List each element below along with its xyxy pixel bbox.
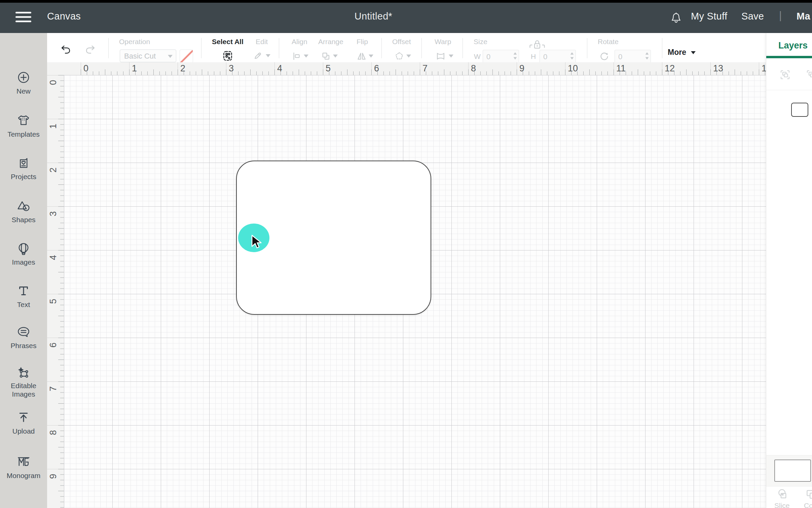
sidebar-item-text[interactable]: Text — [0, 283, 47, 309]
make-it-button-clipped[interactable]: Ma — [797, 10, 810, 22]
more-label: More — [668, 48, 686, 57]
chevron-down-icon — [304, 55, 308, 58]
monogram-mg-icon — [15, 454, 32, 470]
save-button[interactable]: Save — [741, 10, 764, 22]
select-all-button[interactable] — [221, 49, 234, 64]
combine-button-clipped[interactable] — [806, 487, 812, 503]
vertical-ruler: 0123456789 — [47, 75, 64, 508]
left-sidebar: New Templates Projects — [0, 33, 47, 508]
offset-label: Offset — [392, 38, 411, 46]
flip-mirror-icon — [356, 50, 367, 62]
ruler-number: 6 — [48, 340, 58, 350]
layer-item-thumbnail[interactable] — [791, 103, 808, 117]
ruler-number: 13 — [713, 63, 723, 74]
align-button[interactable] — [291, 50, 308, 63]
no-fill-color-swatch[interactable] — [180, 49, 193, 63]
offset-button[interactable] — [394, 50, 411, 63]
layer-color-swatch[interactable] — [774, 460, 811, 482]
sidebar-item-label: New — [0, 87, 47, 95]
sidebar-item-new[interactable]: New — [0, 69, 47, 95]
sidebar-item-label: Upload — [0, 427, 47, 435]
align-left-icon — [291, 50, 302, 62]
width-label: W — [474, 53, 481, 61]
ruler-number: 12 — [665, 63, 675, 74]
stepper-arrows-icon[interactable] — [645, 52, 649, 62]
ruler-number: 11 — [616, 63, 626, 74]
edit-button[interactable] — [252, 50, 270, 63]
ruler-number: 0 — [83, 63, 88, 74]
group-button[interactable] — [778, 68, 792, 83]
chevron-down-icon — [168, 55, 173, 58]
sidebar-item-upload[interactable]: Upload — [0, 409, 47, 435]
ruler-number: 7 — [422, 63, 428, 74]
sidebar-item-label: Phrases — [0, 341, 47, 350]
toolbar-divider — [201, 38, 201, 58]
ruler-number: 1 — [132, 63, 137, 74]
warp-label: Warp — [435, 38, 451, 46]
tab-layers[interactable]: Layers — [778, 40, 808, 51]
ruler-number: 2 — [48, 165, 58, 175]
undo-button[interactable] — [60, 43, 73, 57]
combine-label-clipped: Co — [804, 502, 812, 508]
stepper-arrows-icon[interactable] — [513, 52, 517, 62]
ruler-number: 5 — [48, 297, 58, 306]
sidebar-item-label: Text — [0, 300, 47, 309]
size-label: Size — [474, 38, 487, 46]
toolbar-divider — [279, 38, 279, 58]
warp-button[interactable] — [434, 50, 453, 63]
document-title[interactable]: Untitled* — [320, 10, 427, 22]
combine-icon — [806, 487, 812, 502]
more-button[interactable]: More — [668, 48, 696, 57]
rotate-input[interactable]: 0 — [615, 50, 651, 63]
stepper-arrows-icon[interactable] — [570, 52, 574, 62]
operation-select[interactable]: Basic Cut — [120, 49, 176, 62]
toolbar-divider — [463, 38, 463, 58]
ruler-number: 8 — [48, 428, 58, 437]
vertical-ruler-ticks — [47, 75, 64, 508]
sidebar-item-label: Templates — [0, 130, 47, 138]
ungroup-button-clipped[interactable] — [805, 68, 812, 83]
header-bar: Canvas Untitled* My Stuff Save | Ma — [0, 3, 812, 33]
sidebar-item-images[interactable]: Images — [0, 240, 47, 266]
ruler-number: 4 — [48, 253, 58, 262]
sidebar-item-shapes[interactable]: Shapes — [0, 198, 47, 224]
offset-pentagon-icon — [394, 50, 405, 62]
sidebar-item-phrases[interactable]: Phrases — [0, 324, 47, 350]
height-input[interactable]: 0 — [540, 50, 576, 63]
canvas-label: Canvas — [47, 10, 81, 22]
ruler-number: 9 — [48, 472, 58, 481]
rotate-label: Rotate — [598, 38, 619, 46]
sidebar-item-label: Shapes — [0, 215, 47, 224]
arrange-layers-icon — [320, 50, 332, 62]
width-input[interactable]: 0 — [483, 50, 519, 63]
chevron-down-icon — [266, 54, 270, 57]
slice-button[interactable] — [776, 487, 790, 503]
sidebar-item-templates[interactable]: Templates — [0, 112, 47, 138]
flip-button[interactable] — [356, 50, 373, 63]
sidebar-item-editable-images[interactable]: Editable Images — [0, 364, 47, 398]
mouse-cursor-icon — [250, 234, 263, 251]
arrange-label: Arrange — [318, 38, 343, 46]
hamburger-menu-icon[interactable] — [15, 12, 31, 24]
sidebar-item-projects[interactable]: Projects — [0, 155, 47, 181]
notifications-bell-icon[interactable] — [669, 10, 684, 25]
operation-label: Operation — [119, 38, 150, 46]
chevron-down-icon — [449, 55, 453, 58]
sidebar-item-label: Editable Images — [0, 381, 47, 398]
slice-label: Slice — [774, 502, 790, 508]
panel-divider — [766, 90, 812, 90]
chevron-down-icon — [369, 55, 373, 58]
star-selection-icon — [15, 364, 32, 380]
ruler-number: 5 — [326, 63, 331, 74]
redo-button[interactable] — [83, 43, 96, 57]
ungroup-icon — [805, 68, 812, 81]
ruler-number: 9 — [519, 63, 524, 74]
screen-top-edge — [0, 0, 812, 3]
hot-air-balloon-icon — [15, 240, 32, 257]
my-stuff-button[interactable]: My Stuff — [691, 10, 727, 22]
sidebar-item-monogram[interactable]: Monogram — [0, 454, 47, 480]
operation-value: Basic Cut — [124, 52, 156, 60]
select-all-label: Select All — [212, 38, 244, 46]
plus-circle-icon — [15, 69, 32, 86]
arrange-button[interactable] — [320, 50, 338, 63]
